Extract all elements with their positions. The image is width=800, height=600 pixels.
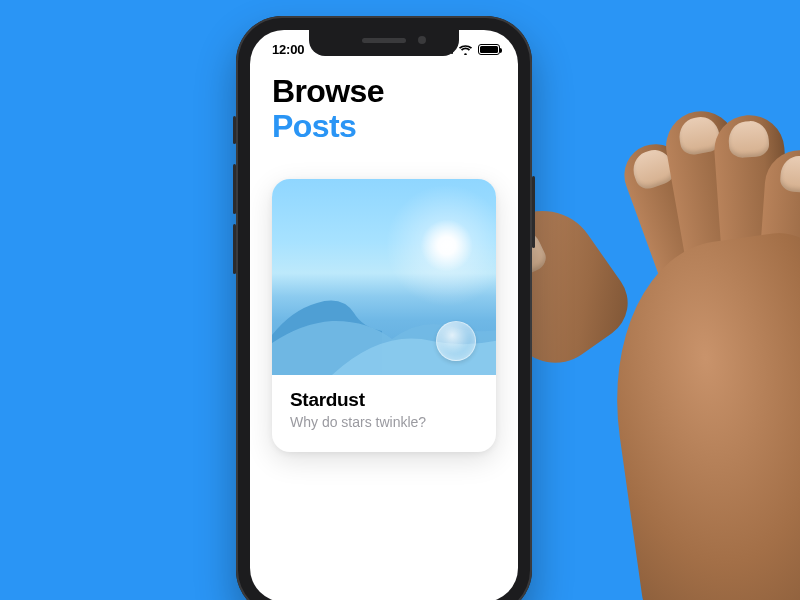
volume-down-button <box>233 224 236 274</box>
post-card-image <box>272 179 496 375</box>
status-time: 12:00 <box>272 42 304 57</box>
finger-illustration <box>753 148 800 362</box>
phone-frame: 12:00 Browse Posts <box>236 16 532 600</box>
post-card[interactable]: Stardust Why do stars twinkle? <box>272 179 496 452</box>
finger-illustration <box>712 113 798 347</box>
page-title: Browse Posts <box>272 74 496 143</box>
wifi-icon <box>458 44 473 55</box>
page-title-line1: Browse <box>272 74 496 109</box>
finger-illustration <box>661 106 770 345</box>
post-card-title: Stardust <box>290 389 478 411</box>
mute-switch <box>233 116 236 144</box>
finger-illustration <box>616 135 743 344</box>
touch-indicator-icon <box>436 321 476 361</box>
battery-icon <box>478 44 500 55</box>
post-card-body: Stardust Why do stars twinkle? <box>272 375 496 452</box>
power-button <box>532 176 535 248</box>
device-notch <box>309 30 459 56</box>
post-card-subtitle: Why do stars twinkle? <box>290 414 478 430</box>
volume-up-button <box>233 164 236 214</box>
palm-illustration <box>595 225 800 600</box>
page-title-line2: Posts <box>272 109 496 144</box>
phone-screen[interactable]: 12:00 Browse Posts <box>250 30 518 600</box>
